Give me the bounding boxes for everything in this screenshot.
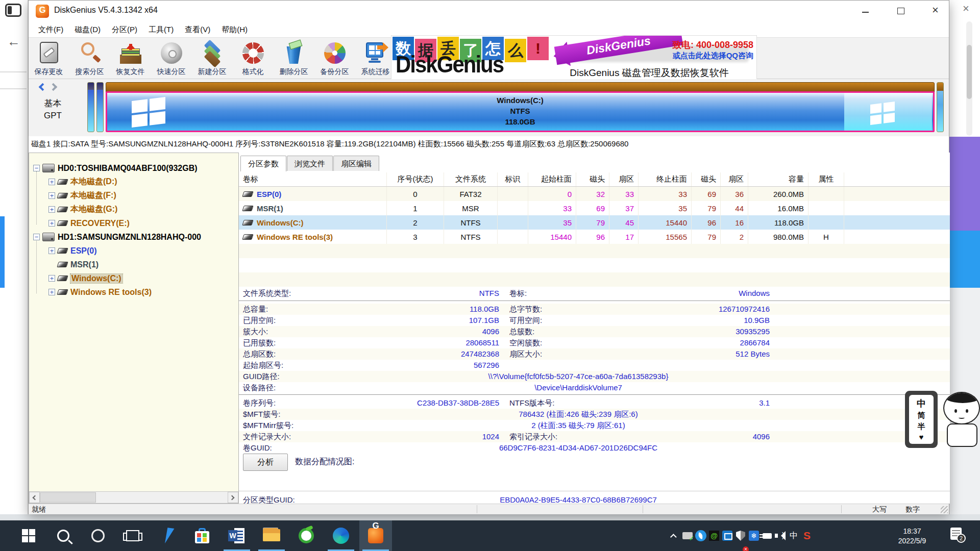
tree-item-local-f[interactable]: 本地磁盘(F:) [29, 189, 238, 203]
expand-icon[interactable] [48, 206, 55, 213]
expand-icon[interactable] [48, 179, 55, 185]
detail-row: 卷GUID:66D9C7F6-8231-4D34-AD67-201D26DC94… [239, 442, 950, 454]
next-disk-icon[interactable] [50, 83, 58, 91]
minimize-button[interactable] [854, 3, 877, 19]
tray-ime-indicator[interactable]: 中 [787, 520, 800, 551]
taskbar-clock[interactable]: 18:37 2022/5/9 [890, 520, 934, 551]
tree-item-recovery-e[interactable]: RECOVERY(E:) [29, 216, 238, 230]
start-button[interactable] [12, 520, 45, 551]
expand-icon[interactable] [48, 220, 55, 227]
cortana-icon [91, 529, 105, 542]
title-bar[interactable]: DiskGenius V5.4.3.1342 x64 [29, 1, 949, 22]
tray-security-shield-icon[interactable] [734, 520, 747, 551]
tray-nvidia-icon[interactable]: @ [707, 520, 721, 551]
format-button[interactable]: 格式化 [233, 39, 273, 78]
task-view-button[interactable] [116, 520, 149, 551]
taskbar-search-button[interactable] [47, 520, 80, 551]
background-close-icon[interactable]: × [963, 2, 969, 15]
ime-halfwidth-indicator[interactable]: 半 [918, 422, 925, 432]
search-partition-button[interactable]: 搜索分区 [69, 39, 110, 78]
analyze-button[interactable]: 分析 [243, 454, 288, 471]
clock-date: 2022/5/9 [890, 537, 934, 545]
diskgenius-taskbar-button[interactable] [359, 520, 392, 551]
diskgenius-logo-icon [36, 5, 49, 18]
word-button[interactable]: W [220, 520, 253, 551]
numlock-indicator: 数字 [905, 505, 920, 514]
tree-item-esp[interactable]: ESP(0) [29, 244, 238, 258]
collapse-icon[interactable] [33, 234, 40, 240]
tab-sector-edit[interactable]: 扇区编辑 [333, 156, 379, 171]
tray-volume-icon[interactable]: ) [774, 520, 787, 551]
cortana-button[interactable] [82, 520, 114, 551]
detail-row: 文件系统类型:NTFS 卷标:Windows [239, 288, 950, 299]
collapse-icon[interactable] [33, 165, 40, 171]
recover-files-button[interactable]: 恢复文件 [110, 39, 151, 78]
table-row-windows-re[interactable]: Windows RE tools(3) 3 NTFS 15440 96 17 1… [239, 230, 950, 244]
close-button[interactable] [924, 3, 948, 19]
prev-disk-icon[interactable] [39, 83, 47, 91]
menu-disk[interactable]: 磁盘(D) [69, 23, 106, 37]
backup-partition-button[interactable]: 备份分区 [314, 39, 355, 78]
back-arrow-icon[interactable]: ← [7, 34, 20, 49]
menu-view[interactable]: 查看(V) [179, 23, 216, 37]
microsoft-store-button[interactable] [186, 520, 218, 551]
system-migrate-button[interactable]: 系统迁移 [355, 39, 396, 78]
expand-icon[interactable] [48, 289, 55, 295]
tray-sogou-icon[interactable]: S [800, 520, 814, 551]
table-row-msr[interactable]: MSR(1) 1 MSR 33 69 37 35 79 44 16.0MB [239, 201, 950, 215]
tray-expand-button[interactable] [668, 520, 681, 551]
detail-row: 总扇区数:247482368 扇区大小:512 Bytes [239, 348, 950, 360]
scroll-left-icon[interactable] [29, 492, 40, 503]
divider [239, 394, 950, 395]
green-browser-button[interactable] [290, 520, 323, 551]
clock-time: 18:37 [890, 527, 934, 535]
tray-power-plug-icon[interactable] [761, 520, 774, 551]
ime-heart-icon[interactable]: ♥ [919, 433, 924, 441]
table-row-windows-c-selected[interactable]: Windows(C:) 2 NTFS 35 79 45 15440 96 16 … [239, 215, 950, 230]
tab-browse-files[interactable]: 浏览文件 [287, 156, 333, 171]
menu-tools[interactable]: 工具(T) [143, 23, 179, 37]
tray-snowflake-icon[interactable]: ❄ [747, 520, 761, 551]
tree-item-local-g[interactable]: 本地磁盘(G:) [29, 203, 238, 216]
scroll-right-icon[interactable] [228, 492, 238, 503]
tray-feather-icon[interactable] [694, 520, 707, 551]
tree-item-msr[interactable]: MSR(1) [29, 258, 238, 271]
expand-icon[interactable] [48, 275, 55, 282]
new-partition-button[interactable]: 新建分区 [192, 39, 232, 78]
background-scrollbar[interactable] [966, 21, 972, 136]
menu-partition[interactable]: 分区(P) [106, 23, 143, 37]
menu-help[interactable]: 帮助(H) [216, 23, 253, 37]
partition-strip-esp[interactable] [87, 82, 94, 132]
notification-center-button[interactable]: 2 [950, 528, 964, 541]
menu-file[interactable]: 文件(F) [33, 23, 69, 37]
delete-partition-button[interactable]: 删除分区 [274, 39, 314, 78]
table-empty-row [239, 258, 950, 272]
partition-box-windows-c[interactable]: Windows(C:) NTFS 118.0GB [106, 91, 935, 132]
expand-icon[interactable] [48, 247, 55, 254]
expand-icon[interactable] [48, 192, 55, 199]
table-row-esp[interactable]: ESP(0) 0 FAT32 0 32 33 33 69 36 260.0MB [239, 187, 950, 201]
banner-qq-link[interactable]: 或点击此处选择QQ咨询 [673, 51, 753, 61]
tray-intel-graphics-icon[interactable] [721, 520, 734, 551]
quick-partition-button[interactable]: 快速分区 [151, 39, 191, 78]
tree-item-hd0[interactable]: HD0:TOSHIBAMQ04ABF100(932GB) [29, 161, 238, 175]
maximize-button[interactable] [889, 3, 913, 19]
file-explorer-button[interactable] [255, 520, 288, 551]
edge-button[interactable] [325, 520, 357, 551]
tree-horizontal-scrollbar[interactable] [29, 491, 238, 503]
banner-ad[interactable]: 数 据 丢 了 怎 么 ! DiskGenius DiskGenius 致电: … [391, 35, 757, 82]
tree-item-hd1[interactable]: HD1:SAMSUNGMZNLN128HAHQ-000 [29, 230, 238, 244]
ime-simplified-indicator[interactable]: 简 [918, 411, 925, 420]
tree-item-windows-c[interactable]: Windows(C:) [29, 271, 238, 285]
tab-partition-params[interactable]: 分区参数 [240, 156, 286, 171]
resize-grip[interactable] [941, 506, 948, 513]
ime-cn-indicator[interactable]: 中 [917, 397, 926, 410]
partition-strip-re-tools[interactable] [937, 82, 944, 132]
scrollbar-thumb[interactable] [40, 492, 96, 503]
save-changes-button[interactable]: 保存更改 [29, 39, 69, 78]
taskbar-app-flash[interactable] [151, 520, 184, 551]
tree-item-windows-re[interactable]: Windows RE tools(3) [29, 285, 238, 299]
tree-item-local-d[interactable]: 本地磁盘(D:) [29, 175, 238, 189]
partition-strip-msr[interactable] [96, 82, 104, 132]
tray-printer-icon[interactable] [681, 520, 694, 551]
